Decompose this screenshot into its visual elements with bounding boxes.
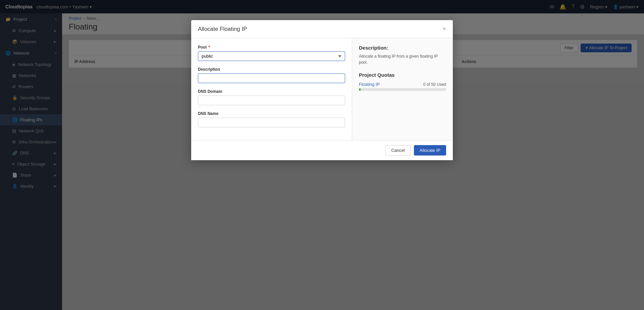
description-heading: Description: <box>359 45 446 51</box>
quota-value: 0 of 50 Used <box>423 82 446 87</box>
dns-domain-label: DNS Domain <box>198 89 345 94</box>
modal-overlay: Allocate Floating IP × Pool * public Des… <box>0 0 644 310</box>
modal-form: Pool * public Description DNS Domain <box>191 38 352 140</box>
allocate-ip-submit-button[interactable]: Allocate IP <box>414 145 446 156</box>
description-field-group: Description <box>198 67 345 83</box>
modal-description-section: Description: Allocate a floating IP from… <box>359 45 446 65</box>
dns-name-label: DNS Name <box>198 111 345 116</box>
quota-item-floating-ip: Floating IP 0 of 50 Used <box>359 82 446 91</box>
pool-field-group: Pool * public <box>198 45 345 61</box>
quota-bar-background <box>359 88 446 91</box>
modal: Allocate Floating IP × Pool * public Des… <box>191 20 453 160</box>
dns-domain-field-group: DNS Domain <box>198 89 345 105</box>
description-label: Description <box>198 67 345 72</box>
quota-name: Floating IP <box>359 82 380 87</box>
description-input[interactable] <box>198 73 345 83</box>
description-text: Allocate a floating IP from a given floa… <box>359 53 446 65</box>
modal-body: Pool * public Description DNS Domain <box>191 38 453 140</box>
project-quotas-section: Project Quotas Floating IP 0 of 50 Used <box>359 72 446 91</box>
modal-header: Allocate Floating IP × <box>191 20 453 38</box>
modal-close-button[interactable]: × <box>442 25 446 33</box>
pool-select[interactable]: public <box>198 51 345 61</box>
pool-label: Pool * <box>198 45 345 50</box>
dns-name-input[interactable] <box>198 118 345 127</box>
quotas-heading: Project Quotas <box>359 72 446 78</box>
modal-title: Allocate Floating IP <box>198 26 247 33</box>
modal-right-panel: Description: Allocate a floating IP from… <box>352 38 453 140</box>
cancel-button[interactable]: Cancel <box>385 145 410 156</box>
quota-bar-fill <box>359 88 361 91</box>
pool-required-marker: * <box>208 45 210 50</box>
dns-domain-input[interactable] <box>198 96 345 105</box>
dns-name-field-group: DNS Name <box>198 111 345 127</box>
modal-footer: Cancel Allocate IP <box>191 140 453 160</box>
